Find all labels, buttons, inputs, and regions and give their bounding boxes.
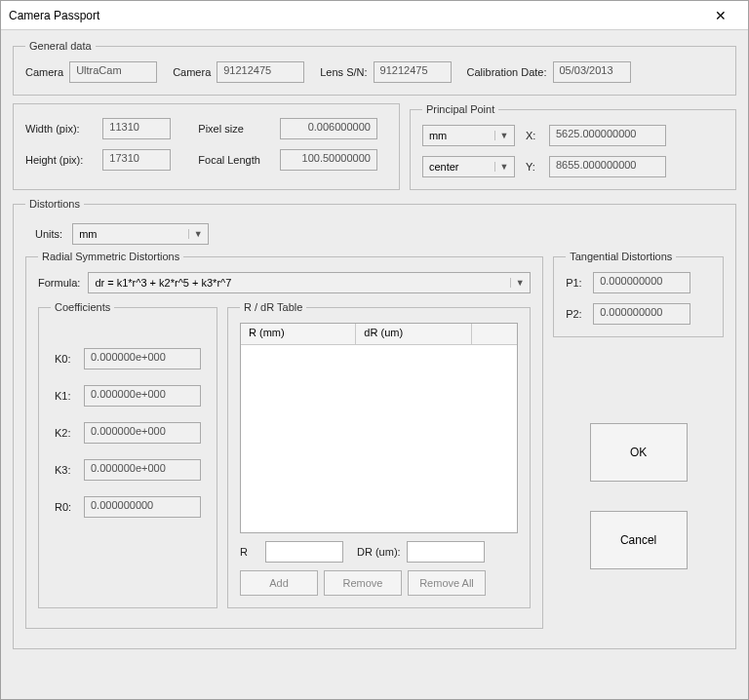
- camera-field: UltraCam: [69, 61, 157, 83]
- height-label: Height (pix):: [25, 154, 95, 166]
- camera-id-field: 91212475: [217, 61, 304, 83]
- units-select[interactable]: mm ▼: [72, 223, 209, 245]
- close-button[interactable]: ✕: [701, 2, 740, 29]
- k1-label: K1:: [55, 390, 78, 402]
- general-data-legend: General data: [25, 40, 96, 52]
- focal-length-field: 100.50000000: [280, 149, 377, 171]
- general-data-group: General data Camera UltraCam Camera 9121…: [13, 40, 736, 96]
- distortions-legend: Distortions: [25, 198, 84, 210]
- distortions-group: Distortions Units: mm ▼ Radial Symmetric…: [13, 198, 736, 649]
- width-field: 11310: [102, 118, 171, 139]
- pp-y-field: 8655.000000000: [549, 156, 666, 177]
- ok-button[interactable]: OK: [590, 423, 688, 482]
- k0-field: 0.000000e+000: [84, 348, 201, 369]
- lens-sn-field: 91212475: [374, 61, 452, 83]
- chevron-down-icon: ▼: [494, 131, 510, 140]
- r-dr-table-group: R / dR Table R (mm) dR (um): [227, 301, 531, 608]
- p2-field: 0.000000000: [593, 303, 690, 325]
- formula-label: Formula:: [38, 277, 80, 289]
- window-title: Camera Passport: [9, 9, 701, 22]
- k2-label: K2:: [55, 427, 78, 439]
- pp-unit-select[interactable]: mm ▼: [422, 125, 515, 146]
- pixel-size-field: 0.006000000: [280, 118, 377, 139]
- radial-legend: Radial Symmetric Distortions: [38, 251, 183, 262]
- r-dr-table[interactable]: R (mm) dR (um): [240, 323, 518, 533]
- formula-select[interactable]: dr = k1*r^3 + k2*r^5 + k3*r^7 ▼: [88, 272, 531, 293]
- coefficients-legend: Coefficients: [51, 301, 114, 313]
- remove-all-button[interactable]: Remove All: [408, 570, 486, 596]
- tangential-legend: Tangential Distortions: [566, 251, 676, 262]
- r-dr-table-body: [241, 345, 517, 532]
- pp-origin-select[interactable]: center ▼: [422, 156, 515, 177]
- dr-input-label: DR (um):: [357, 546, 401, 558]
- dr-column-header: dR (um): [356, 324, 471, 344]
- p1-label: P1:: [566, 277, 589, 289]
- p2-label: P2:: [566, 308, 589, 320]
- camera-label: Camera: [25, 66, 63, 78]
- height-field: 17310: [102, 149, 171, 171]
- units-value: mm: [79, 228, 97, 240]
- cancel-button[interactable]: Cancel: [590, 511, 688, 569]
- add-button[interactable]: Add: [240, 570, 318, 596]
- coefficients-group: Coefficients K0: 0.000000e+000 K1: 0.000…: [38, 301, 217, 608]
- camera-id-label: Camera: [173, 66, 211, 78]
- r-input-label: R: [240, 546, 259, 558]
- principal-point-group: Principal Point mm ▼ X: 5625.000000000 c…: [410, 103, 736, 190]
- pp-unit-value: mm: [429, 130, 447, 141]
- dialog-body: General data Camera UltraCam Camera 9121…: [1, 30, 748, 699]
- pp-x-label: X:: [526, 130, 543, 141]
- chevron-down-icon: ▼: [494, 162, 510, 172]
- pp-y-label: Y:: [526, 161, 543, 173]
- calibration-date-field: 05/03/2013: [553, 61, 631, 83]
- pp-origin-value: center: [429, 161, 459, 173]
- k3-field: 0.000000e+000: [84, 459, 201, 481]
- units-label: Units:: [35, 228, 62, 240]
- dr-input[interactable]: [407, 541, 485, 563]
- chevron-down-icon: ▼: [188, 229, 204, 239]
- calibration-date-label: Calibration Date:: [467, 66, 547, 78]
- focal-length-label: Focal Length: [198, 154, 272, 166]
- width-label: Width (pix):: [25, 123, 95, 135]
- p1-field: 0.000000000: [593, 272, 690, 293]
- r0-field: 0.000000000: [84, 496, 201, 518]
- k2-field: 0.000000e+000: [84, 422, 201, 444]
- k1-field: 0.000000e+000: [84, 385, 201, 407]
- titlebar: Camera Passport ✕: [1, 1, 748, 30]
- window: Camera Passport ✕ General data Camera Ul…: [0, 0, 749, 700]
- r-dr-table-legend: R / dR Table: [240, 301, 306, 313]
- r0-label: R0:: [55, 501, 78, 513]
- k3-label: K3:: [55, 464, 78, 476]
- formula-value: dr = k1*r^3 + k2*r^5 + k3*r^7: [95, 277, 231, 289]
- principal-point-legend: Principal Point: [422, 103, 498, 115]
- dimensions-group: Width (pix): 11310 Pixel size 0.00600000…: [13, 103, 400, 190]
- spacer-column: [472, 324, 517, 344]
- close-icon: ✕: [715, 8, 727, 23]
- pixel-size-label: Pixel size: [198, 123, 272, 135]
- tangential-group: Tangential Distortions P1: 0.000000000 P…: [553, 251, 724, 337]
- pp-x-field: 5625.000000000: [549, 125, 666, 146]
- r-column-header: R (mm): [241, 324, 356, 344]
- remove-button[interactable]: Remove: [324, 570, 402, 596]
- r-input[interactable]: [265, 541, 343, 563]
- radial-group: Radial Symmetric Distortions Formula: dr…: [25, 251, 543, 629]
- k0-label: K0:: [55, 353, 78, 365]
- chevron-down-icon: ▼: [510, 278, 526, 288]
- lens-sn-label: Lens S/N:: [320, 66, 367, 78]
